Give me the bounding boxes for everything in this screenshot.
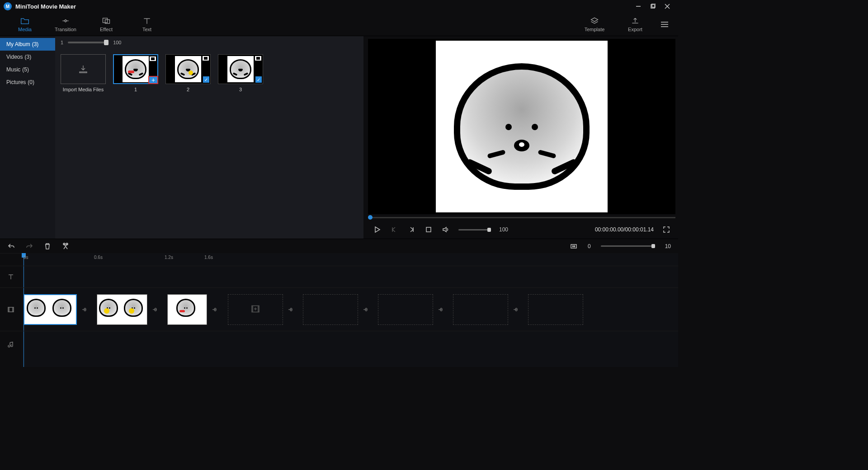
video-track-head[interactable] [0,287,22,331]
timeline-clip[interactable] [97,294,147,325]
preview-controls: 100 00:00:00.00/00:00:01.14 [368,221,675,239]
timeline-toolbar: 0 10 [0,239,678,253]
fullscreen-button[interactable] [662,225,671,234]
layers-icon [590,17,599,25]
import-icon [78,64,89,75]
volume-slider[interactable] [458,229,491,230]
maximize-button[interactable] [646,1,660,12]
track-headers [0,253,22,367]
timeline-zoom-max: 10 [665,243,671,249]
folder-icon [20,17,29,25]
audio-track-head[interactable] [0,331,22,358]
text-track[interactable] [22,266,678,287]
minimize-button[interactable] [631,1,646,12]
undo-button[interactable] [7,242,15,250]
timeline-clip[interactable] [24,294,77,325]
delete-button[interactable] [43,242,52,250]
transition-slot[interactable] [149,294,162,325]
sidebar-item-my-album[interactable]: My Album (3) [0,38,55,51]
video-track[interactable] [22,287,678,331]
preview-scrubber[interactable] [368,214,675,221]
export-button[interactable]: Export [615,17,656,32]
media-grid: Import Media Files + 1 ✓ 2 [55,49,363,98]
zoom-max-label: 100 [113,40,121,45]
empty-clip-slot[interactable] [453,294,508,325]
stop-button[interactable] [424,225,433,234]
template-button[interactable]: Template [574,17,615,32]
svg-rect-10 [426,227,431,232]
redo-button[interactable] [25,242,33,250]
transition-slot[interactable] [209,294,222,325]
video-badge-icon [203,56,209,61]
timeline-zoom-slider[interactable] [601,245,655,247]
volume-value: 100 [499,226,508,233]
zoom-min-label: 1 [61,40,63,45]
timeline-clip[interactable] [167,294,207,325]
export-icon [631,17,640,25]
used-check-icon: ✓ [203,76,209,83]
tracks-area[interactable]: 0s 0.6s 1.2s 1.6s [22,253,678,367]
timeline: 0s 0.6s 1.2s 1.6s [0,253,678,367]
app-title: MiniTool Movie Maker [15,3,76,10]
effect-icon [102,17,111,25]
close-button[interactable] [660,1,675,12]
titlebar: M MiniTool Movie Maker [0,0,678,13]
svg-rect-2 [652,4,656,7]
preview-frame [436,41,608,212]
app-logo: M [4,2,12,10]
transition-slot[interactable] [285,294,297,325]
video-badge-icon [150,56,156,61]
next-frame-button[interactable] [407,225,416,234]
split-button[interactable] [61,242,70,250]
timecode-display: 00:00:00.00/00:00:01.14 [595,226,654,233]
sidebar-item-pictures[interactable]: Pictures (0) [0,76,55,89]
empty-clip-slot[interactable] [528,294,583,325]
video-badge-icon [255,56,261,61]
volume-button[interactable] [441,225,450,234]
main-toolbar: Media Transition Effect Text Template Ex… [0,13,678,36]
transition-slot[interactable] [435,294,448,325]
ruler-head [0,253,22,266]
menu-button[interactable] [656,21,674,28]
sidebar-item-videos[interactable]: Videos (3) [0,51,55,63]
tab-transition[interactable]: Transition [45,17,86,32]
media-tile[interactable]: ✓ 3 [218,54,263,92]
tab-effect[interactable]: Effect [86,17,127,32]
import-tile[interactable]: Import Media Files [61,54,106,92]
empty-clip-slot[interactable] [228,294,283,325]
prev-frame-button[interactable] [390,225,399,234]
empty-clip-slot[interactable] [378,294,433,325]
used-check-icon: ✓ [255,76,262,83]
play-button[interactable] [373,225,382,234]
audio-track[interactable] [22,331,678,358]
transition-slot[interactable] [360,294,373,325]
tab-media[interactable]: Media [5,17,45,32]
text-icon [142,17,151,25]
add-to-timeline-button[interactable]: + [148,76,158,84]
empty-clip-slot[interactable] [303,294,358,325]
sidebar-item-music[interactable]: Music (5) [0,63,55,76]
media-zoom-row: 1 100 [55,36,363,49]
text-track-head[interactable] [0,266,22,287]
media-sidebar: My Album (3) Videos (3) Music (5) Pictur… [0,36,55,239]
timeline-zoom-min: 0 [588,243,591,249]
media-tile[interactable]: ✓ 2 [165,54,211,92]
transition-icon [61,17,70,25]
media-zoom-slider[interactable] [68,42,108,43]
fit-to-width-button[interactable] [570,242,578,250]
transition-slot[interactable] [510,294,523,325]
media-panel: 1 100 Import Media Files + 1 [55,36,363,239]
preview-panel: 100 00:00:00.00/00:00:01.14 [363,36,678,239]
svg-rect-1 [651,5,655,8]
timeline-ruler[interactable]: 0s 0.6s 1.2s 1.6s [22,253,678,266]
hamburger-icon [660,21,669,28]
media-tile[interactable]: + 1 [113,54,158,92]
tab-text[interactable]: Text [127,17,167,32]
preview-stage[interactable] [368,39,675,214]
transition-slot[interactable] [79,294,91,325]
